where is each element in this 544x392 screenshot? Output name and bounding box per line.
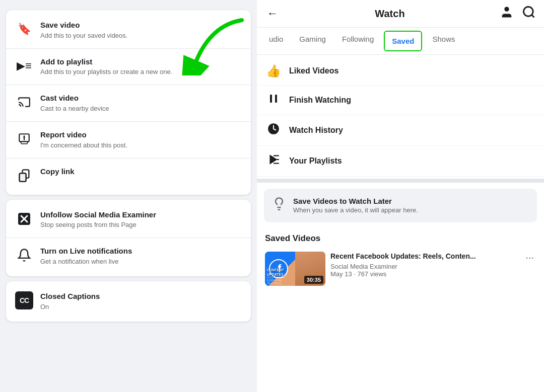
svg-point-4 <box>24 139 25 140</box>
tab-gaming[interactable]: Gaming <box>291 28 334 54</box>
live-notifications-item[interactable]: Turn on Live notifications Get a notific… <box>6 240 251 272</box>
clock-icon <box>266 122 281 138</box>
tab-saved[interactable]: Saved <box>384 31 422 51</box>
add-playlist-subtitle: Add this to your playlists or create a n… <box>40 67 172 76</box>
add-playlist-title: Add to playlist <box>40 57 172 67</box>
lightbulb-icon <box>272 197 286 214</box>
tabs-container: udio Gaming Following Saved Shows <box>257 28 544 55</box>
cast-icon <box>15 93 33 111</box>
tab-audio[interactable]: udio <box>261 28 291 54</box>
cast-video-title: Cast video <box>40 93 109 103</box>
copy-link-title: Copy link <box>40 167 75 177</box>
watch-menu: 👍 Liked Videos Finish Watching Watch His… <box>257 55 544 179</box>
liked-videos-label: Liked Videos <box>289 66 338 75</box>
playlist-add-icon: ▶≡ <box>15 57 33 75</box>
bookmark-icon: 🔖 <box>15 20 33 38</box>
report-video-item[interactable]: Report video I'm concerned about this po… <box>6 124 251 156</box>
your-playlists-item[interactable]: Your Playlists <box>257 146 544 177</box>
svg-point-11 <box>504 7 509 12</box>
svg-rect-15 <box>275 95 277 103</box>
cast-video-subtitle: Cast to a nearby device <box>40 104 109 113</box>
video-more-button[interactable]: ··· <box>523 252 536 263</box>
video-info: Recent Facebook Updates: Reels, Conten..… <box>330 252 518 278</box>
svg-point-12 <box>524 7 533 17</box>
watch-header: ← Watch <box>257 0 544 28</box>
video-title: Recent Facebook Updates: Reels, Conten..… <box>330 252 518 262</box>
save-video-subtitle: Add this to your saved videos. <box>40 31 127 40</box>
video-duration: 30:35 <box>304 276 323 284</box>
separator <box>257 179 544 183</box>
bell-icon <box>15 246 33 264</box>
unfollow-icon <box>15 210 33 228</box>
green-arrow <box>181 15 247 75</box>
watch-title: Watch <box>286 8 494 20</box>
cc-icon: CC <box>15 291 33 309</box>
svg-rect-7 <box>20 173 26 181</box>
tab-following[interactable]: Following <box>334 28 382 54</box>
profile-icon[interactable] <box>500 5 514 22</box>
video-meta: May 13 · 767 views <box>330 270 518 278</box>
watch-history-label: Watch History <box>289 126 343 135</box>
live-notifications-title: Turn on Live notifications <box>40 246 132 256</box>
right-panel: ← Watch udio Gaming Following Saved Show… <box>257 0 544 392</box>
cc-title: Closed Captions <box>40 291 100 301</box>
liked-videos-item[interactable]: 👍 Liked Videos <box>257 57 544 86</box>
save-prompt-subtitle: When you save a video, it will appear he… <box>293 206 418 214</box>
cc-subtitle: On <box>40 302 100 311</box>
video-item[interactable]: f CONTENTUPDATES SOCIAL MEDIAMARKETINGTA… <box>257 247 544 291</box>
unfollow-subtitle: Stop seeing posts from this Page <box>40 220 156 229</box>
menu-card-3: CC Closed Captions On <box>6 281 251 322</box>
copy-link-item[interactable]: Copy link <box>6 161 251 191</box>
video-channel: Social Media Examiner <box>330 263 518 270</box>
report-video-title: Report video <box>40 130 127 140</box>
unfollow-item[interactable]: Unfollow Social Media Examiner Stop seei… <box>6 204 251 236</box>
unfollow-title: Unfollow Social Media Examiner <box>40 210 156 220</box>
report-icon <box>15 130 33 148</box>
video-thumbnail: f CONTENTUPDATES SOCIAL MEDIAMARKETINGTA… <box>265 252 325 286</box>
live-notifications-subtitle: Get a notification when live <box>40 257 132 266</box>
cast-video-item[interactable]: Cast video Cast to a nearby device <box>6 87 251 119</box>
thumbs-up-icon: 👍 <box>266 64 281 78</box>
playlist-icon <box>266 153 281 169</box>
report-video-subtitle: I'm concerned about this post. <box>40 141 127 150</box>
finish-watching-label: Finish Watching <box>289 96 351 105</box>
saved-videos-header: Saved Videos <box>257 228 544 247</box>
menu-card-2: Unfollow Social Media Examiner Stop seei… <box>6 200 251 276</box>
svg-line-13 <box>531 15 534 17</box>
tab-shows[interactable]: Shows <box>424 28 463 54</box>
copy-link-icon <box>15 167 33 185</box>
watch-history-item[interactable]: Watch History <box>257 115 544 146</box>
left-panel: 🔖 Save video Add this to your saved vide… <box>0 0 257 392</box>
save-prompt-card: Save Videos to Watch Later When you save… <box>264 189 537 222</box>
back-button[interactable]: ← <box>265 5 280 22</box>
save-prompt-title: Save Videos to Watch Later <box>293 197 418 205</box>
svg-rect-14 <box>270 95 272 103</box>
your-playlists-label: Your Playlists <box>289 156 342 166</box>
finish-watching-item[interactable]: Finish Watching <box>257 86 544 115</box>
save-video-title: Save video <box>40 20 127 30</box>
search-icon[interactable] <box>522 5 536 22</box>
header-icons <box>500 5 536 22</box>
pause-icon <box>266 93 281 108</box>
closed-captions-item[interactable]: CC Closed Captions On <box>6 285 251 318</box>
